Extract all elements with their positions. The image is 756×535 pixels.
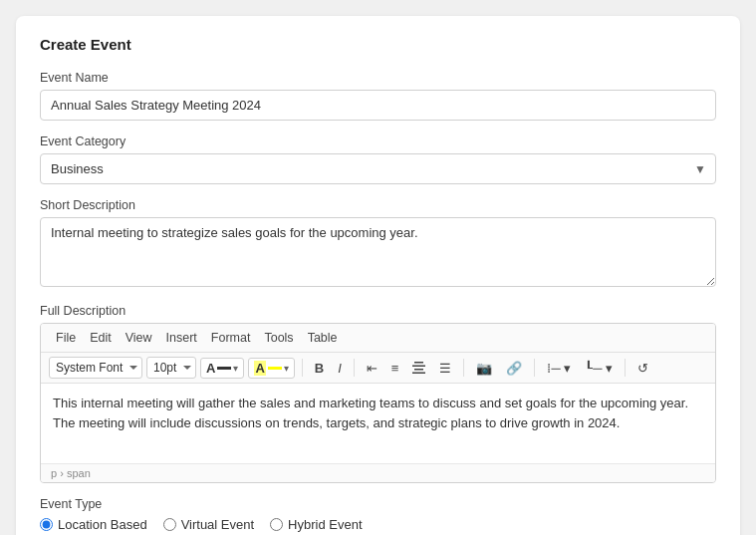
font-family-select[interactable]: System Font bbox=[49, 357, 142, 379]
menu-table[interactable]: Table bbox=[301, 328, 345, 348]
align-left-button[interactable]: ⇤ bbox=[362, 358, 382, 379]
menu-insert[interactable]: Insert bbox=[159, 328, 204, 348]
highlight-chevron: ▾ bbox=[284, 363, 289, 374]
ordered-list-button[interactable]: ┖─ ▾ bbox=[580, 358, 618, 379]
event-type-options: Location Based Virtual Event Hybrid Even… bbox=[40, 517, 716, 532]
editor-text: This internal meeting will gather the sa… bbox=[53, 396, 688, 430]
highlight-color-button[interactable]: A ▾ bbox=[248, 358, 294, 379]
undo-button[interactable]: ↺ bbox=[632, 358, 653, 379]
unordered-list-button[interactable]: ⁞─ ▾ bbox=[542, 358, 576, 379]
editor-breadcrumb: p › span bbox=[41, 463, 715, 482]
menu-view[interactable]: View bbox=[119, 328, 159, 348]
radio-virtual-event[interactable]: Virtual Event bbox=[163, 517, 254, 532]
align-right-button[interactable] bbox=[407, 359, 430, 377]
image-button[interactable]: 📷 bbox=[471, 358, 497, 379]
event-category-select[interactable]: Business Conference Workshop Social Othe… bbox=[40, 153, 716, 184]
event-name-input[interactable] bbox=[40, 90, 716, 121]
font-color-button[interactable]: A ▾ bbox=[200, 358, 244, 379]
svg-rect-1 bbox=[412, 366, 425, 368]
italic-button[interactable]: I bbox=[333, 358, 347, 379]
event-name-field: Event Name bbox=[40, 71, 716, 121]
editor-content-area[interactable]: This internal meeting will gather the sa… bbox=[41, 384, 715, 463]
menu-tools[interactable]: Tools bbox=[257, 328, 300, 348]
separator-4 bbox=[534, 359, 535, 377]
separator-2 bbox=[354, 359, 355, 377]
event-category-wrapper: Business Conference Workshop Social Othe… bbox=[40, 153, 716, 184]
separator-1 bbox=[302, 359, 303, 377]
radio-hybrid-event[interactable]: Hybrid Event bbox=[270, 517, 362, 532]
radio-location-based[interactable]: Location Based bbox=[40, 517, 147, 532]
highlight-icon: A bbox=[254, 361, 265, 376]
justify-button[interactable]: ☰ bbox=[434, 358, 456, 379]
separator-3 bbox=[463, 359, 464, 377]
event-category-field: Event Category Business Conference Works… bbox=[40, 134, 716, 184]
editor-toolbar: System Font 10pt 12pt 14pt A ▾ A ▾ bbox=[41, 353, 715, 384]
highlight-bar bbox=[268, 367, 282, 370]
full-description-label: Full Description bbox=[40, 304, 716, 318]
svg-rect-0 bbox=[414, 362, 423, 364]
menu-format[interactable]: Format bbox=[204, 328, 258, 348]
align-center-button[interactable]: ≡ bbox=[386, 358, 404, 379]
menu-file[interactable]: File bbox=[49, 328, 83, 348]
svg-rect-3 bbox=[412, 373, 425, 375]
event-type-field: Event Type Location Based Virtual Event … bbox=[40, 497, 716, 532]
create-event-card: Create Event Event Name Event Category B… bbox=[16, 16, 740, 535]
rich-text-editor: File Edit View Insert Format Tools Table… bbox=[40, 323, 716, 483]
separator-5 bbox=[625, 359, 626, 377]
font-color-chevron: ▾ bbox=[233, 363, 238, 374]
font-size-select[interactable]: 10pt 12pt 14pt bbox=[146, 357, 196, 379]
event-type-label: Event Type bbox=[40, 497, 716, 511]
event-category-label: Event Category bbox=[40, 134, 716, 148]
radio-virtual-label: Virtual Event bbox=[181, 517, 254, 532]
event-name-label: Event Name bbox=[40, 71, 716, 85]
short-description-field: Short Description Internal meeting to st… bbox=[40, 198, 716, 290]
bold-button[interactable]: B bbox=[310, 358, 329, 379]
link-button[interactable]: 🔗 bbox=[501, 358, 527, 379]
radio-hybrid-label: Hybrid Event bbox=[288, 517, 362, 532]
svg-rect-2 bbox=[414, 369, 423, 371]
font-color-bar bbox=[217, 367, 231, 370]
font-color-icon: A bbox=[206, 361, 215, 376]
editor-menubar: File Edit View Insert Format Tools Table bbox=[41, 324, 715, 353]
page-title: Create Event bbox=[40, 36, 716, 53]
radio-location-label: Location Based bbox=[58, 517, 147, 532]
short-description-input[interactable]: Internal meeting to strategize sales goa… bbox=[40, 217, 716, 287]
short-description-label: Short Description bbox=[40, 198, 716, 212]
menu-edit[interactable]: Edit bbox=[83, 328, 119, 348]
full-description-field: Full Description File Edit View Insert F… bbox=[40, 304, 716, 483]
